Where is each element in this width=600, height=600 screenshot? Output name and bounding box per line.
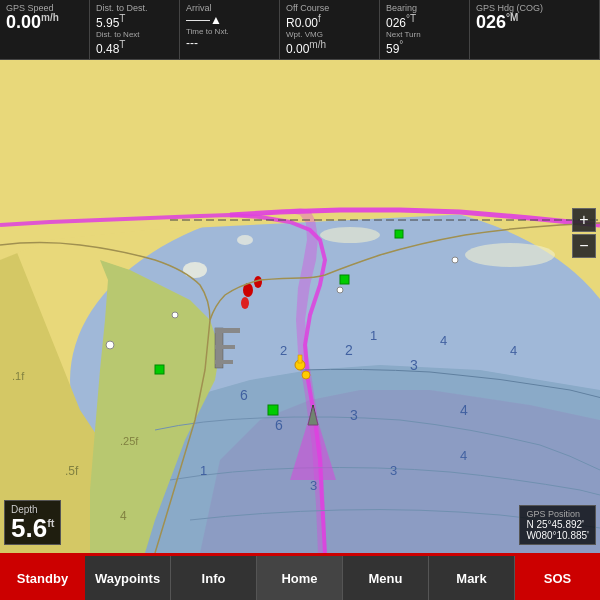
svg-text:1: 1 <box>370 328 377 343</box>
menu-button[interactable]: Menu <box>343 556 429 600</box>
app: GPS Speed 0.00m/h Dist. to Dest. 5.95T D… <box>0 0 600 600</box>
svg-text:.1f: .1f <box>12 370 25 382</box>
offcourse-cell: Off Course R0.00f Wpt. VMG 0.00m/h <box>280 0 380 59</box>
home-button[interactable]: Home <box>257 556 343 600</box>
svg-rect-22 <box>215 328 240 333</box>
standby-button[interactable]: Standby <box>0 556 85 600</box>
chart-map: 2 3 4 3 6 6 3 3 4 1 2 1 4 4 .1f .25f .5f… <box>0 60 600 553</box>
dist-cell: Dist. to Dest. 5.95T Dist. to Next 0.48T <box>90 0 180 59</box>
zoom-in-button[interactable]: + <box>572 208 596 232</box>
dist-next-value: 0.48T <box>96 39 173 56</box>
offcourse-value: R0.00f <box>286 13 373 30</box>
gps-position: GPS Position N 25°45.892' W080°10.885' <box>519 505 596 545</box>
waypoints-button[interactable]: Waypoints <box>85 556 171 600</box>
gps-speed-cell: GPS Speed 0.00m/h <box>0 0 90 59</box>
hdg-cell: GPS Hdg (COG) 026°M <box>470 0 600 59</box>
offcourse-label: Off Course <box>286 3 373 13</box>
svg-text:4: 4 <box>440 333 447 348</box>
dist-dest-label: Dist. to Dest. <box>96 3 173 13</box>
svg-text:.5f: .5f <box>65 464 79 478</box>
zoom-controls: + − <box>572 208 596 260</box>
bottom-nav: Standby Waypoints Info Home Menu Mark SO… <box>0 556 600 600</box>
sos-button[interactable]: SOS <box>515 556 600 600</box>
svg-rect-34 <box>298 355 302 363</box>
time-next-label: Time to Nxt. <box>186 27 273 36</box>
svg-point-41 <box>337 287 343 293</box>
svg-text:6: 6 <box>275 417 283 433</box>
svg-point-38 <box>465 243 555 267</box>
top-bar: GPS Speed 0.00m/h Dist. to Dest. 5.95T D… <box>0 0 600 60</box>
bearing-label: Bearing <box>386 3 463 13</box>
svg-rect-28 <box>395 230 403 238</box>
chart-area: 2 3 4 3 6 6 3 3 4 1 2 1 4 4 .1f .25f .5f… <box>0 60 600 553</box>
svg-rect-24 <box>215 360 233 364</box>
gps-lat: N 25°45.892' <box>526 519 589 530</box>
zoom-out-button[interactable]: − <box>572 234 596 258</box>
svg-text:6: 6 <box>240 387 248 403</box>
dist-dest-value: 5.95T <box>96 13 173 30</box>
dist-next-label: Dist. to Next <box>96 30 173 39</box>
svg-text:.25f: .25f <box>120 435 139 447</box>
svg-text:2: 2 <box>280 343 287 358</box>
bearing-cell: Bearing 026°T Next Turn 59° <box>380 0 470 59</box>
svg-text:4: 4 <box>460 448 467 463</box>
arrival-label: Arrival <box>186 3 273 13</box>
svg-text:3: 3 <box>390 463 397 478</box>
gps-speed-value: 0.00m/h <box>6 13 83 31</box>
svg-text:2: 2 <box>345 342 353 358</box>
svg-rect-25 <box>268 405 278 415</box>
svg-point-36 <box>237 235 253 245</box>
svg-point-37 <box>320 227 380 243</box>
wpt-vmg-label: Wpt. VMG <box>286 30 373 39</box>
svg-text:1: 1 <box>200 463 207 478</box>
info-button[interactable]: Info <box>171 556 257 600</box>
svg-point-42 <box>452 257 458 263</box>
gps-position-label: GPS Position <box>526 509 589 519</box>
svg-text:4: 4 <box>120 509 127 523</box>
wpt-vmg-value: 0.00m/h <box>286 39 373 56</box>
next-turn-value: 59° <box>386 39 463 56</box>
svg-text:3: 3 <box>310 478 317 493</box>
svg-rect-23 <box>215 345 235 349</box>
svg-text:4: 4 <box>460 402 468 418</box>
svg-rect-26 <box>155 365 164 374</box>
svg-text:3: 3 <box>410 357 418 373</box>
depth-display: Depth 5.6ft <box>4 500 61 545</box>
bearing-value: 026°T <box>386 13 463 30</box>
gps-lon: W080°10.885' <box>526 530 589 541</box>
svg-text:4: 4 <box>510 343 517 358</box>
svg-point-31 <box>241 297 249 309</box>
svg-rect-27 <box>340 275 349 284</box>
time-next-value: --- <box>186 36 273 50</box>
svg-point-39 <box>106 341 114 349</box>
mark-button[interactable]: Mark <box>429 556 515 600</box>
svg-point-40 <box>172 312 178 318</box>
svg-text:3: 3 <box>350 407 358 423</box>
arrival-cell: Arrival ——▲ Time to Nxt. --- <box>180 0 280 59</box>
next-turn-label: Next Turn <box>386 30 463 39</box>
arrival-value: ——▲ <box>186 13 273 27</box>
svg-point-33 <box>302 371 310 379</box>
hdg-value: 026°M <box>476 13 593 31</box>
svg-point-35 <box>183 262 207 278</box>
depth-value: 5.6ft <box>11 515 54 541</box>
